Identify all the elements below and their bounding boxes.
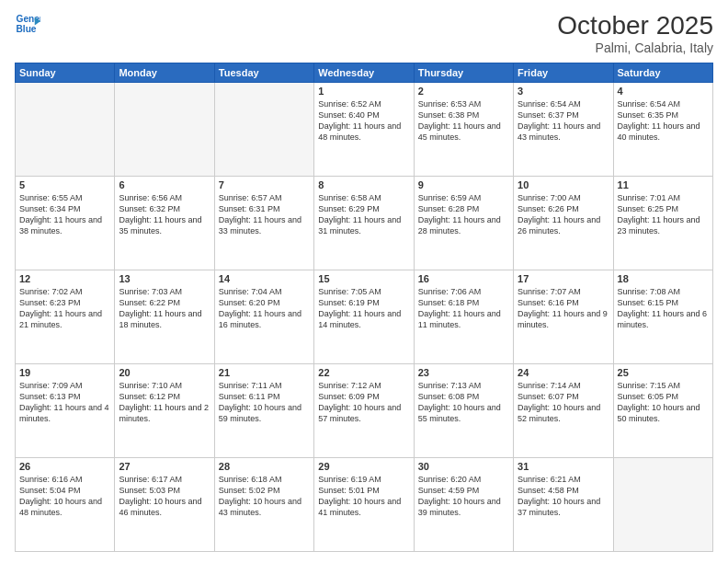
calendar-cell: 29Sunrise: 6:19 AM Sunset: 5:01 PM Dayli… (314, 458, 414, 552)
day-number: 1 (318, 86, 409, 97)
calendar-cell: 19Sunrise: 7:09 AM Sunset: 6:13 PM Dayli… (16, 364, 115, 458)
calendar-cell: 17Sunrise: 7:07 AM Sunset: 6:16 PM Dayli… (514, 270, 613, 364)
day-header-tuesday: Tuesday (214, 63, 313, 83)
calendar-week-4: 19Sunrise: 7:09 AM Sunset: 6:13 PM Dayli… (16, 364, 713, 458)
day-detail: Sunrise: 6:55 AM Sunset: 6:34 PM Dayligh… (19, 192, 110, 237)
calendar-cell: 10Sunrise: 7:00 AM Sunset: 6:26 PM Dayli… (514, 177, 613, 270)
calendar-cell (214, 83, 313, 177)
day-number: 27 (119, 461, 210, 472)
day-detail: Sunrise: 7:04 AM Sunset: 6:20 PM Dayligh… (219, 286, 310, 331)
calendar-title: October 2025 (557, 11, 713, 40)
day-number: 31 (518, 461, 609, 472)
day-detail: Sunrise: 7:15 AM Sunset: 6:05 PM Dayligh… (618, 380, 709, 425)
day-number: 16 (418, 273, 509, 284)
calendar-cell: 26Sunrise: 6:16 AM Sunset: 5:04 PM Dayli… (16, 458, 115, 552)
calendar-cell (16, 83, 115, 177)
calendar-cell: 20Sunrise: 7:10 AM Sunset: 6:12 PM Dayli… (115, 364, 214, 458)
calendar-cell: 14Sunrise: 7:04 AM Sunset: 6:20 PM Dayli… (214, 270, 313, 364)
calendar-cell: 24Sunrise: 7:14 AM Sunset: 6:07 PM Dayli… (514, 364, 613, 458)
day-number: 2 (418, 86, 509, 97)
header: General Blue October 2025 Palmi, Calabri… (15, 11, 713, 55)
day-detail: Sunrise: 6:18 AM Sunset: 5:02 PM Dayligh… (219, 474, 310, 519)
day-detail: Sunrise: 6:19 AM Sunset: 5:01 PM Dayligh… (318, 474, 409, 519)
day-detail: Sunrise: 7:10 AM Sunset: 6:12 PM Dayligh… (119, 380, 210, 425)
day-number: 9 (418, 179, 509, 190)
day-number: 25 (618, 367, 709, 378)
day-detail: Sunrise: 7:07 AM Sunset: 6:16 PM Dayligh… (518, 286, 609, 331)
day-detail: Sunrise: 7:06 AM Sunset: 6:18 PM Dayligh… (418, 286, 509, 331)
calendar-cell (613, 458, 712, 552)
day-number: 22 (318, 367, 409, 378)
day-number: 15 (318, 273, 409, 284)
day-detail: Sunrise: 6:52 AM Sunset: 6:40 PM Dayligh… (318, 98, 409, 144)
calendar-cell: 16Sunrise: 7:06 AM Sunset: 6:18 PM Dayli… (414, 270, 513, 364)
calendar-cell: 25Sunrise: 7:15 AM Sunset: 6:05 PM Dayli… (613, 364, 712, 458)
day-number: 19 (19, 367, 110, 378)
calendar-subtitle: Palmi, Calabria, Italy (557, 40, 713, 55)
day-number: 23 (418, 367, 509, 378)
day-detail: Sunrise: 6:54 AM Sunset: 6:35 PM Dayligh… (618, 98, 709, 144)
day-detail: Sunrise: 7:13 AM Sunset: 6:08 PM Dayligh… (418, 380, 509, 425)
day-header-sunday: Sunday (16, 63, 115, 83)
day-detail: Sunrise: 7:05 AM Sunset: 6:19 PM Dayligh… (318, 286, 409, 331)
calendar-cell: 28Sunrise: 6:18 AM Sunset: 5:02 PM Dayli… (214, 458, 313, 552)
day-detail: Sunrise: 6:17 AM Sunset: 5:03 PM Dayligh… (119, 474, 210, 519)
day-detail: Sunrise: 7:09 AM Sunset: 6:13 PM Dayligh… (19, 380, 110, 425)
day-number: 28 (219, 461, 310, 472)
calendar-cell: 11Sunrise: 7:01 AM Sunset: 6:25 PM Dayli… (613, 177, 712, 270)
calendar-cell: 5Sunrise: 6:55 AM Sunset: 6:34 PM Daylig… (16, 177, 115, 270)
calendar-week-2: 5Sunrise: 6:55 AM Sunset: 6:34 PM Daylig… (16, 177, 713, 270)
calendar-cell: 9Sunrise: 6:59 AM Sunset: 6:28 PM Daylig… (414, 177, 513, 270)
calendar-cell: 18Sunrise: 7:08 AM Sunset: 6:15 PM Dayli… (613, 270, 712, 364)
calendar-cell: 30Sunrise: 6:20 AM Sunset: 4:59 PM Dayli… (414, 458, 513, 552)
calendar-cell (115, 83, 214, 177)
calendar-week-1: 1Sunrise: 6:52 AM Sunset: 6:40 PM Daylig… (16, 83, 713, 177)
day-detail: Sunrise: 7:00 AM Sunset: 6:26 PM Dayligh… (518, 192, 609, 237)
calendar-cell: 21Sunrise: 7:11 AM Sunset: 6:11 PM Dayli… (214, 364, 313, 458)
day-number: 26 (19, 461, 110, 472)
day-header-monday: Monday (115, 63, 214, 83)
day-number: 7 (219, 179, 310, 190)
day-detail: Sunrise: 6:20 AM Sunset: 4:59 PM Dayligh… (418, 474, 509, 519)
calendar-cell: 23Sunrise: 7:13 AM Sunset: 6:08 PM Dayli… (414, 364, 513, 458)
day-detail: Sunrise: 7:02 AM Sunset: 6:23 PM Dayligh… (19, 286, 110, 331)
logo-icon: General Blue (15, 11, 40, 37)
day-number: 17 (518, 273, 609, 284)
day-detail: Sunrise: 6:57 AM Sunset: 6:31 PM Dayligh… (219, 192, 310, 237)
calendar-cell: 8Sunrise: 6:58 AM Sunset: 6:29 PM Daylig… (314, 177, 414, 270)
day-number: 11 (618, 179, 709, 190)
day-detail: Sunrise: 6:59 AM Sunset: 6:28 PM Dayligh… (418, 192, 509, 237)
calendar-cell: 27Sunrise: 6:17 AM Sunset: 5:03 PM Dayli… (115, 458, 214, 552)
title-block: October 2025 Palmi, Calabria, Italy (557, 11, 713, 55)
day-number: 24 (518, 367, 609, 378)
day-number: 13 (119, 273, 210, 284)
day-detail: Sunrise: 6:56 AM Sunset: 6:32 PM Dayligh… (119, 192, 210, 237)
calendar-cell: 4Sunrise: 6:54 AM Sunset: 6:35 PM Daylig… (613, 83, 712, 177)
day-detail: Sunrise: 7:11 AM Sunset: 6:11 PM Dayligh… (219, 380, 310, 425)
day-header-wednesday: Wednesday (314, 63, 414, 83)
calendar-week-5: 26Sunrise: 6:16 AM Sunset: 5:04 PM Dayli… (16, 458, 713, 552)
calendar-cell: 12Sunrise: 7:02 AM Sunset: 6:23 PM Dayli… (16, 270, 115, 364)
calendar-cell: 2Sunrise: 6:53 AM Sunset: 6:38 PM Daylig… (414, 83, 513, 177)
day-number: 4 (618, 86, 709, 97)
svg-text:Blue: Blue (17, 24, 37, 34)
logo: General Blue (15, 11, 40, 37)
day-number: 14 (219, 273, 310, 284)
day-header-saturday: Saturday (613, 63, 712, 83)
day-detail: Sunrise: 6:21 AM Sunset: 4:58 PM Dayligh… (518, 474, 609, 519)
day-detail: Sunrise: 6:54 AM Sunset: 6:37 PM Dayligh… (518, 98, 609, 144)
calendar-header-row: SundayMondayTuesdayWednesdayThursdayFrid… (16, 63, 713, 83)
calendar-cell: 3Sunrise: 6:54 AM Sunset: 6:37 PM Daylig… (514, 83, 613, 177)
calendar-week-3: 12Sunrise: 7:02 AM Sunset: 6:23 PM Dayli… (16, 270, 713, 364)
day-detail: Sunrise: 7:14 AM Sunset: 6:07 PM Dayligh… (518, 380, 609, 425)
calendar-cell: 22Sunrise: 7:12 AM Sunset: 6:09 PM Dayli… (314, 364, 414, 458)
day-number: 18 (618, 273, 709, 284)
calendar-cell: 31Sunrise: 6:21 AM Sunset: 4:58 PM Dayli… (514, 458, 613, 552)
day-number: 29 (318, 461, 409, 472)
day-detail: Sunrise: 6:53 AM Sunset: 6:38 PM Dayligh… (418, 98, 509, 144)
day-detail: Sunrise: 7:08 AM Sunset: 6:15 PM Dayligh… (618, 286, 709, 331)
day-header-friday: Friday (514, 63, 613, 83)
day-detail: Sunrise: 6:58 AM Sunset: 6:29 PM Dayligh… (318, 192, 409, 237)
calendar-table: SundayMondayTuesdayWednesdayThursdayFrid… (15, 63, 713, 552)
calendar-cell: 7Sunrise: 6:57 AM Sunset: 6:31 PM Daylig… (214, 177, 313, 270)
